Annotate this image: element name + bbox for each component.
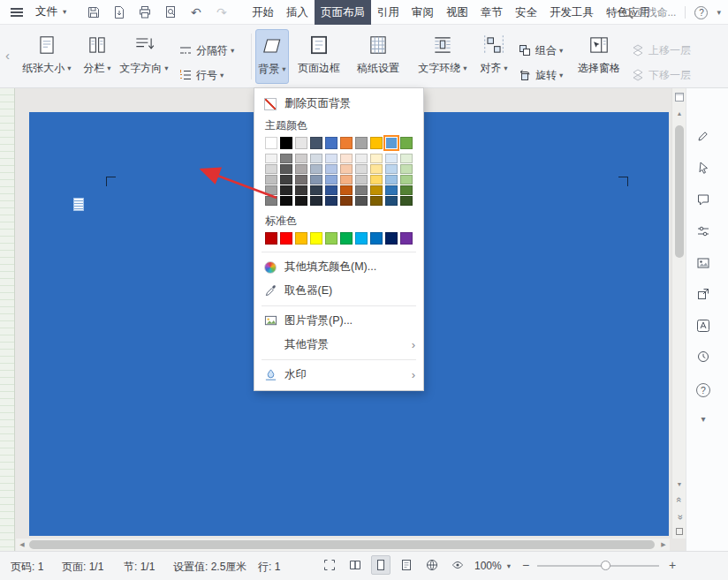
history-icon[interactable] (693, 346, 714, 367)
color-swatch[interactable] (265, 164, 277, 174)
color-swatch[interactable] (355, 232, 368, 245)
color-swatch[interactable] (325, 154, 337, 163)
text-tool-icon[interactable] (693, 315, 714, 336)
color-swatch[interactable] (280, 175, 292, 185)
group-button[interactable]: 组合 ▾ (518, 40, 563, 61)
color-swatch[interactable] (325, 196, 337, 206)
undo-button[interactable]: ↶ (188, 4, 203, 19)
save-button[interactable] (86, 4, 101, 19)
edit-pen-icon[interactable] (693, 125, 714, 147)
color-swatch[interactable] (340, 196, 353, 206)
scroll-up-icon[interactable]: ▲ (672, 106, 686, 120)
text-direction-button[interactable]: 文字方向▾ (118, 29, 170, 84)
color-swatch[interactable] (370, 185, 383, 195)
menu-item-more-fill-colors[interactable]: 其他填充颜色(M)... (254, 255, 423, 279)
color-swatch[interactable] (340, 232, 353, 245)
tab-section[interactable]: 章节 (474, 0, 509, 25)
color-swatch[interactable] (295, 154, 307, 163)
color-swatch[interactable] (295, 137, 307, 149)
color-swatch[interactable] (385, 164, 398, 174)
ruler-toggle-icon[interactable] (675, 93, 684, 102)
tab-home[interactable]: 开始 (246, 0, 280, 25)
manuscript-setup-button[interactable]: 稿纸设置 (353, 29, 404, 84)
color-swatch[interactable] (295, 164, 307, 174)
columns-button[interactable]: 分栏▾ (78, 29, 117, 84)
color-swatch[interactable] (400, 185, 413, 195)
color-swatch[interactable] (355, 196, 368, 206)
zoom-level-button[interactable]: 100% ▾ (474, 560, 511, 572)
print-button[interactable] (137, 4, 152, 19)
color-swatch[interactable] (310, 137, 322, 149)
color-swatch[interactable] (280, 164, 292, 174)
color-swatch[interactable] (310, 154, 322, 163)
tab-references[interactable]: 引用 (371, 0, 406, 25)
color-swatch[interactable] (340, 137, 353, 149)
color-swatch[interactable] (265, 154, 277, 163)
select-browse-object-button[interactable] (676, 528, 683, 535)
color-swatch[interactable] (325, 137, 337, 149)
color-swatch[interactable] (340, 185, 353, 195)
color-swatch[interactable] (340, 175, 353, 185)
outline-view-icon[interactable] (397, 555, 416, 575)
color-swatch[interactable] (265, 137, 277, 149)
background-button[interactable]: 背景▾ (255, 29, 289, 84)
color-swatch[interactable] (325, 164, 337, 174)
color-swatch[interactable] (295, 196, 307, 206)
page-border-button[interactable]: 页面边框 (293, 29, 345, 84)
color-swatch[interactable] (385, 196, 398, 206)
comment-icon[interactable] (693, 189, 714, 210)
send-backward-button[interactable]: 下移一层 (631, 64, 691, 86)
color-swatch[interactable] (265, 185, 277, 195)
line-numbers-button[interactable]: 行号 ▾ (178, 64, 224, 86)
color-swatch[interactable] (385, 232, 398, 245)
share-icon[interactable] (693, 283, 714, 305)
search-command-box[interactable]: 查找命... (623, 5, 676, 20)
collapse-panel-icon[interactable]: ‹ (5, 48, 10, 63)
export-pdf-button[interactable] (111, 4, 126, 19)
horizontal-scrollbar-thumb[interactable] (29, 540, 655, 549)
tab-review[interactable]: 审阅 (406, 0, 440, 25)
color-swatch[interactable] (295, 185, 307, 195)
color-swatch[interactable] (400, 175, 413, 185)
image-tool-icon[interactable] (693, 252, 714, 274)
color-swatch[interactable] (355, 175, 368, 185)
previous-page-button[interactable]: « (672, 493, 686, 507)
titlebar-more-icon[interactable]: ▾ (717, 8, 721, 17)
horizontal-scrollbar[interactable]: ◀ ▶ (16, 539, 670, 551)
tab-insert[interactable]: 插入 (280, 0, 315, 25)
color-swatch[interactable] (400, 154, 413, 163)
tab-developer[interactable]: 开发工具 (543, 0, 600, 25)
print-preview-button[interactable] (163, 4, 178, 19)
color-swatch[interactable] (355, 137, 368, 149)
tab-page-layout[interactable]: 页面布局 (315, 0, 371, 25)
tab-view[interactable]: 视图 (440, 0, 474, 25)
color-swatch[interactable] (400, 196, 413, 206)
bring-forward-button[interactable]: 上移一层 (631, 40, 691, 61)
fullscreen-icon[interactable] (320, 555, 339, 575)
file-menu-button[interactable]: 文件 ▾ (32, 0, 70, 25)
print-layout-icon[interactable] (371, 555, 391, 575)
scroll-right-icon[interactable]: ▶ (657, 539, 670, 551)
color-swatch[interactable] (325, 232, 337, 245)
color-swatch[interactable] (340, 164, 353, 174)
color-swatch[interactable] (280, 137, 292, 149)
color-swatch[interactable] (400, 137, 413, 149)
selection-pane-button[interactable]: 选择窗格 (574, 29, 624, 84)
align-button[interactable]: 对齐▾ (475, 29, 512, 84)
color-swatch[interactable] (385, 185, 398, 195)
menu-item-eyedropper[interactable]: 取色器(E) (254, 279, 423, 303)
color-swatch[interactable] (295, 175, 307, 185)
color-swatch[interactable] (310, 232, 322, 245)
color-swatch[interactable] (355, 185, 368, 195)
vertical-scrollbar-thumb[interactable] (675, 125, 684, 258)
text-wrapping-button[interactable]: 文字环绕▾ (415, 29, 470, 84)
color-swatch[interactable] (295, 232, 307, 245)
menu-item-picture-background[interactable]: 图片背景(P)... (254, 309, 423, 333)
menu-item-watermark[interactable]: 水印 › (254, 363, 423, 387)
color-swatch[interactable] (370, 175, 383, 185)
select-cursor-icon[interactable] (693, 157, 714, 178)
color-swatch[interactable] (355, 164, 368, 174)
color-swatch[interactable] (265, 196, 277, 206)
zoom-in-button[interactable]: + (664, 557, 680, 573)
color-swatch[interactable] (385, 175, 398, 185)
